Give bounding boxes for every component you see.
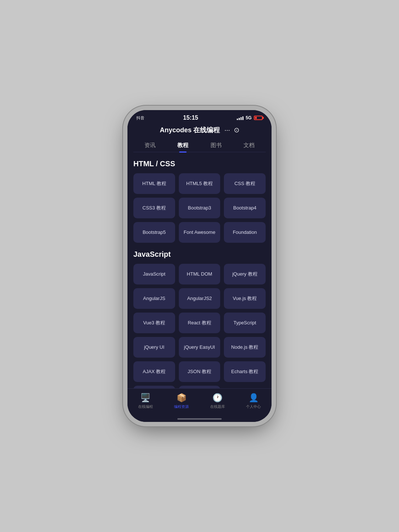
tab-books[interactable]: 图书 — [205, 139, 228, 152]
header-title-row: Anycodes 在线编程 ··· ⊙ — [133, 126, 266, 134]
section-title-html-css: HTML / CSS — [133, 160, 266, 168]
signal-bar-2 — [239, 118, 240, 120]
home-bar — [177, 418, 222, 420]
header-icons: ··· ⊙ — [225, 126, 239, 134]
resources-label: 编程资源 — [174, 404, 189, 409]
tab-news[interactable]: 资讯 — [139, 139, 161, 152]
btn-google-maps[interactable]: Google 地图 — [179, 386, 221, 388]
status-left: 抖音 — [136, 115, 144, 121]
btn-bootstrap3[interactable]: Bootstrap3 — [179, 198, 221, 218]
signal-bar-1 — [237, 119, 238, 120]
quiz-label: 在线题库 — [210, 404, 225, 409]
coding-icon: 🖥️ — [140, 393, 150, 403]
scan-button[interactable]: ⊙ — [234, 126, 239, 134]
btn-bootstrap4[interactable]: Bootstrap4 — [224, 198, 266, 218]
more-button[interactable]: ··· — [225, 126, 230, 134]
btn-css3[interactable]: CSS3 教程 — [133, 198, 175, 218]
html-css-grid: HTML 教程 HTML5 教程 CSS 教程 CSS3 教程 Bootstra… — [133, 173, 266, 243]
btn-html[interactable]: HTML 教程 — [133, 173, 175, 194]
content-area[interactable]: HTML / CSS HTML 教程 HTML5 教程 CSS 教程 CSS3 … — [127, 152, 272, 388]
nav-tabs: 资讯 教程 图书 文档 — [133, 139, 266, 152]
btn-echarts[interactable]: Echarts 教程 — [224, 361, 266, 382]
status-bar: 抖音 15:15 5G — [127, 110, 272, 123]
btn-font-awesome[interactable]: Font Awesome — [179, 222, 221, 243]
btn-vue3[interactable]: Vue3 教程 — [133, 313, 175, 333]
profile-label: 个人中心 — [246, 404, 261, 409]
home-indicator — [127, 418, 272, 422]
btn-json[interactable]: JSON 教程 — [179, 361, 221, 382]
btn-foundation[interactable]: Foundation — [224, 222, 266, 243]
carrier-text: 抖音 — [136, 115, 144, 121]
btn-jquery-easyui[interactable]: jQuery EasyUI — [179, 337, 221, 358]
quiz-icon: 🕐 — [212, 393, 222, 403]
battery-level — [255, 117, 257, 119]
status-right: 5G — [237, 115, 263, 120]
btn-javascript[interactable]: JavaScript — [133, 264, 175, 284]
btn-highcharts[interactable]: Highcharts — [133, 386, 175, 388]
nav-item-profile[interactable]: 👤 个人中心 — [240, 392, 267, 411]
btn-css[interactable]: CSS 教程 — [224, 173, 266, 194]
bottom-nav: 🖥️ 在线编程 📦 编程资源 🕐 在线题库 👤 个人中心 — [127, 388, 272, 418]
javascript-grid: JavaScript HTML DOM jQuery 教程 AngularJS … — [133, 264, 266, 388]
btn-bootstrap5[interactable]: Bootstrap5 — [133, 222, 175, 243]
btn-html-dom[interactable]: HTML DOM — [179, 264, 221, 284]
nav-item-resources[interactable]: 📦 编程资源 — [168, 392, 195, 411]
btn-angularjs[interactable]: AngularJS — [133, 288, 175, 309]
profile-icon: 👤 — [249, 393, 259, 403]
phone-frame: 抖音 15:15 5G Anycodes 在线编程 ··· ⊙ — [127, 110, 272, 422]
nav-item-coding[interactable]: 🖥️ 在线编程 — [132, 392, 159, 411]
btn-jquery[interactable]: jQuery 教程 — [224, 264, 266, 284]
btn-vuejs[interactable]: Vue.js 教程 — [224, 288, 266, 309]
resources-icon: 📦 — [177, 393, 187, 403]
btn-angularjs2[interactable]: AngularJS2 — [179, 288, 221, 309]
btn-react[interactable]: React 教程 — [179, 313, 221, 333]
app-header: Anycodes 在线编程 ··· ⊙ 资讯 教程 图书 文档 — [127, 123, 272, 152]
signal-bar-3 — [241, 117, 242, 120]
btn-typescript[interactable]: TypeScript — [224, 313, 266, 333]
btn-jquery-ui[interactable]: jQuery UI — [133, 337, 175, 358]
battery-icon — [254, 116, 263, 120]
section-javascript: JavaScript JavaScript HTML DOM jQuery 教程… — [133, 250, 266, 388]
signal-bars-icon — [237, 116, 243, 120]
tab-tutorial[interactable]: 教程 — [171, 139, 194, 152]
coding-label: 在线编程 — [138, 404, 153, 409]
status-time: 15:15 — [183, 115, 198, 121]
section-title-javascript: JavaScript — [133, 250, 266, 259]
tab-docs[interactable]: 文档 — [238, 139, 260, 152]
signal-bar-4 — [242, 116, 243, 120]
nav-item-quiz[interactable]: 🕐 在线题库 — [204, 392, 231, 411]
network-type: 5G — [246, 115, 252, 120]
btn-ajax[interactable]: AJAX 教程 — [133, 361, 175, 382]
app-title: Anycodes 在线编程 — [160, 126, 220, 134]
btn-html5[interactable]: HTML5 教程 — [179, 173, 221, 194]
section-html-css: HTML / CSS HTML 教程 HTML5 教程 CSS 教程 CSS3 … — [133, 160, 266, 243]
btn-nodejs[interactable]: Node.js 教程 — [224, 337, 266, 358]
